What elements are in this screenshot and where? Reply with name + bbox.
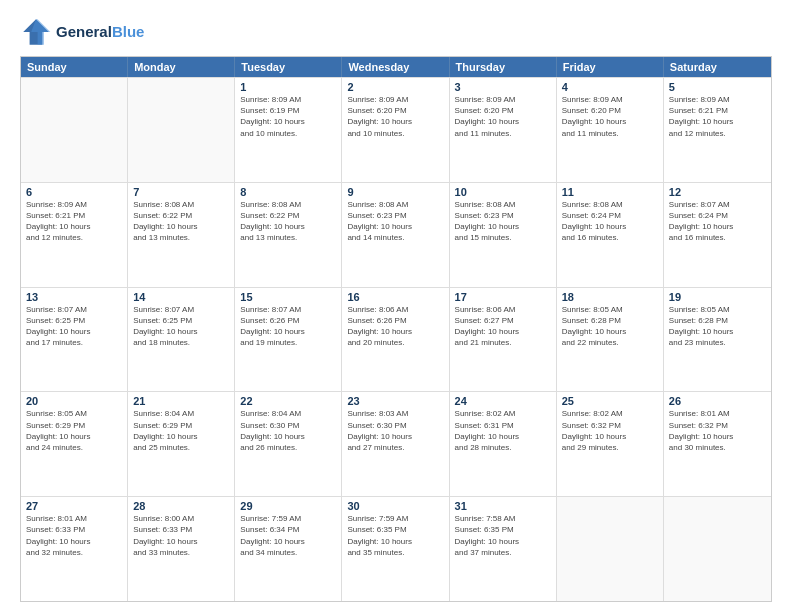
calendar-cell: 16Sunrise: 8:06 AM Sunset: 6:26 PM Dayli… <box>342 288 449 392</box>
calendar-cell: 10Sunrise: 8:08 AM Sunset: 6:23 PM Dayli… <box>450 183 557 287</box>
calendar-body: 1Sunrise: 8:09 AM Sunset: 6:19 PM Daylig… <box>21 77 771 601</box>
day-number: 19 <box>669 291 766 303</box>
calendar-cell: 18Sunrise: 8:05 AM Sunset: 6:28 PM Dayli… <box>557 288 664 392</box>
weekday-header: Thursday <box>450 57 557 77</box>
weekday-header: Saturday <box>664 57 771 77</box>
calendar-cell: 7Sunrise: 8:08 AM Sunset: 6:22 PM Daylig… <box>128 183 235 287</box>
day-number: 14 <box>133 291 229 303</box>
day-detail: Sunrise: 8:07 AM Sunset: 6:24 PM Dayligh… <box>669 199 766 244</box>
day-detail: Sunrise: 8:00 AM Sunset: 6:33 PM Dayligh… <box>133 513 229 558</box>
calendar-cell: 29Sunrise: 7:59 AM Sunset: 6:34 PM Dayli… <box>235 497 342 601</box>
calendar-cell: 4Sunrise: 8:09 AM Sunset: 6:20 PM Daylig… <box>557 78 664 182</box>
calendar-cell: 11Sunrise: 8:08 AM Sunset: 6:24 PM Dayli… <box>557 183 664 287</box>
day-detail: Sunrise: 8:04 AM Sunset: 6:30 PM Dayligh… <box>240 408 336 453</box>
day-detail: Sunrise: 8:09 AM Sunset: 6:19 PM Dayligh… <box>240 94 336 139</box>
calendar-cell: 15Sunrise: 8:07 AM Sunset: 6:26 PM Dayli… <box>235 288 342 392</box>
day-number: 22 <box>240 395 336 407</box>
calendar-cell: 12Sunrise: 8:07 AM Sunset: 6:24 PM Dayli… <box>664 183 771 287</box>
calendar-cell: 13Sunrise: 8:07 AM Sunset: 6:25 PM Dayli… <box>21 288 128 392</box>
day-detail: Sunrise: 8:01 AM Sunset: 6:32 PM Dayligh… <box>669 408 766 453</box>
calendar-cell: 6Sunrise: 8:09 AM Sunset: 6:21 PM Daylig… <box>21 183 128 287</box>
calendar-cell <box>128 78 235 182</box>
calendar-cell: 22Sunrise: 8:04 AM Sunset: 6:30 PM Dayli… <box>235 392 342 496</box>
day-detail: Sunrise: 8:02 AM Sunset: 6:31 PM Dayligh… <box>455 408 551 453</box>
day-number: 16 <box>347 291 443 303</box>
calendar-header: SundayMondayTuesdayWednesdayThursdayFrid… <box>21 57 771 77</box>
day-number: 20 <box>26 395 122 407</box>
calendar-cell <box>664 497 771 601</box>
day-number: 25 <box>562 395 658 407</box>
day-detail: Sunrise: 8:04 AM Sunset: 6:29 PM Dayligh… <box>133 408 229 453</box>
day-number: 9 <box>347 186 443 198</box>
weekday-header: Monday <box>128 57 235 77</box>
weekday-header: Friday <box>557 57 664 77</box>
day-detail: Sunrise: 7:59 AM Sunset: 6:35 PM Dayligh… <box>347 513 443 558</box>
day-detail: Sunrise: 8:08 AM Sunset: 6:23 PM Dayligh… <box>347 199 443 244</box>
day-detail: Sunrise: 8:09 AM Sunset: 6:21 PM Dayligh… <box>669 94 766 139</box>
day-number: 13 <box>26 291 122 303</box>
calendar-cell: 21Sunrise: 8:04 AM Sunset: 6:29 PM Dayli… <box>128 392 235 496</box>
day-detail: Sunrise: 8:05 AM Sunset: 6:29 PM Dayligh… <box>26 408 122 453</box>
calendar-week: 6Sunrise: 8:09 AM Sunset: 6:21 PM Daylig… <box>21 182 771 287</box>
day-detail: Sunrise: 7:59 AM Sunset: 6:34 PM Dayligh… <box>240 513 336 558</box>
day-detail: Sunrise: 8:09 AM Sunset: 6:20 PM Dayligh… <box>347 94 443 139</box>
calendar-cell: 27Sunrise: 8:01 AM Sunset: 6:33 PM Dayli… <box>21 497 128 601</box>
day-number: 5 <box>669 81 766 93</box>
calendar-cell: 25Sunrise: 8:02 AM Sunset: 6:32 PM Dayli… <box>557 392 664 496</box>
day-number: 23 <box>347 395 443 407</box>
day-detail: Sunrise: 8:08 AM Sunset: 6:22 PM Dayligh… <box>133 199 229 244</box>
day-number: 4 <box>562 81 658 93</box>
calendar-cell: 8Sunrise: 8:08 AM Sunset: 6:22 PM Daylig… <box>235 183 342 287</box>
day-number: 1 <box>240 81 336 93</box>
calendar-week: 1Sunrise: 8:09 AM Sunset: 6:19 PM Daylig… <box>21 77 771 182</box>
day-number: 18 <box>562 291 658 303</box>
day-number: 12 <box>669 186 766 198</box>
calendar-cell: 23Sunrise: 8:03 AM Sunset: 6:30 PM Dayli… <box>342 392 449 496</box>
day-detail: Sunrise: 8:05 AM Sunset: 6:28 PM Dayligh… <box>562 304 658 349</box>
page: GeneralBlue SundayMondayTuesdayWednesday… <box>0 0 792 612</box>
weekday-header: Tuesday <box>235 57 342 77</box>
header: GeneralBlue <box>20 16 772 48</box>
calendar-cell <box>557 497 664 601</box>
calendar-cell <box>21 78 128 182</box>
calendar-cell: 1Sunrise: 8:09 AM Sunset: 6:19 PM Daylig… <box>235 78 342 182</box>
day-detail: Sunrise: 8:05 AM Sunset: 6:28 PM Dayligh… <box>669 304 766 349</box>
calendar-cell: 24Sunrise: 8:02 AM Sunset: 6:31 PM Dayli… <box>450 392 557 496</box>
calendar-week: 13Sunrise: 8:07 AM Sunset: 6:25 PM Dayli… <box>21 287 771 392</box>
day-detail: Sunrise: 8:09 AM Sunset: 6:20 PM Dayligh… <box>455 94 551 139</box>
day-number: 26 <box>669 395 766 407</box>
logo: GeneralBlue <box>20 16 144 48</box>
day-number: 31 <box>455 500 551 512</box>
day-number: 2 <box>347 81 443 93</box>
day-number: 29 <box>240 500 336 512</box>
calendar-cell: 28Sunrise: 8:00 AM Sunset: 6:33 PM Dayli… <box>128 497 235 601</box>
day-number: 28 <box>133 500 229 512</box>
day-number: 7 <box>133 186 229 198</box>
calendar-week: 20Sunrise: 8:05 AM Sunset: 6:29 PM Dayli… <box>21 391 771 496</box>
day-number: 11 <box>562 186 658 198</box>
day-detail: Sunrise: 8:07 AM Sunset: 6:25 PM Dayligh… <box>26 304 122 349</box>
day-number: 10 <box>455 186 551 198</box>
calendar-cell: 30Sunrise: 7:59 AM Sunset: 6:35 PM Dayli… <box>342 497 449 601</box>
day-detail: Sunrise: 8:01 AM Sunset: 6:33 PM Dayligh… <box>26 513 122 558</box>
day-detail: Sunrise: 7:58 AM Sunset: 6:35 PM Dayligh… <box>455 513 551 558</box>
calendar: SundayMondayTuesdayWednesdayThursdayFrid… <box>20 56 772 602</box>
calendar-cell: 31Sunrise: 7:58 AM Sunset: 6:35 PM Dayli… <box>450 497 557 601</box>
calendar-cell: 20Sunrise: 8:05 AM Sunset: 6:29 PM Dayli… <box>21 392 128 496</box>
calendar-week: 27Sunrise: 8:01 AM Sunset: 6:33 PM Dayli… <box>21 496 771 601</box>
weekday-header: Wednesday <box>342 57 449 77</box>
day-detail: Sunrise: 8:08 AM Sunset: 6:24 PM Dayligh… <box>562 199 658 244</box>
day-number: 3 <box>455 81 551 93</box>
day-detail: Sunrise: 8:08 AM Sunset: 6:22 PM Dayligh… <box>240 199 336 244</box>
day-detail: Sunrise: 8:03 AM Sunset: 6:30 PM Dayligh… <box>347 408 443 453</box>
logo-text: GeneralBlue <box>56 23 144 41</box>
day-number: 24 <box>455 395 551 407</box>
day-detail: Sunrise: 8:09 AM Sunset: 6:21 PM Dayligh… <box>26 199 122 244</box>
day-number: 8 <box>240 186 336 198</box>
calendar-cell: 17Sunrise: 8:06 AM Sunset: 6:27 PM Dayli… <box>450 288 557 392</box>
calendar-cell: 26Sunrise: 8:01 AM Sunset: 6:32 PM Dayli… <box>664 392 771 496</box>
day-detail: Sunrise: 8:08 AM Sunset: 6:23 PM Dayligh… <box>455 199 551 244</box>
day-detail: Sunrise: 8:06 AM Sunset: 6:27 PM Dayligh… <box>455 304 551 349</box>
day-number: 27 <box>26 500 122 512</box>
day-detail: Sunrise: 8:09 AM Sunset: 6:20 PM Dayligh… <box>562 94 658 139</box>
